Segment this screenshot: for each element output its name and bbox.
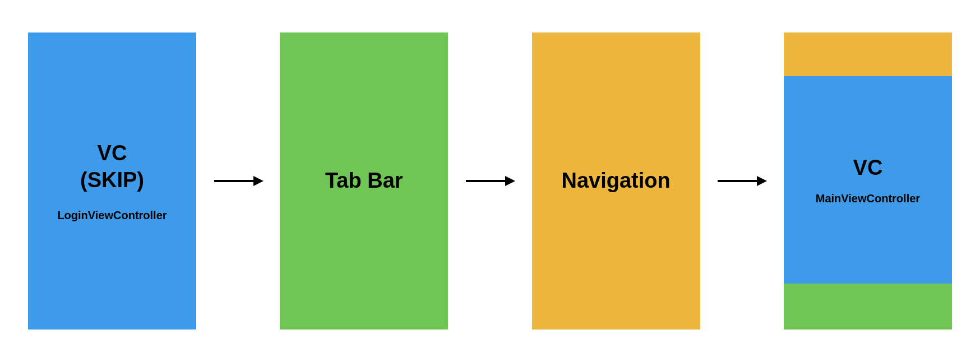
- flow-diagram: VC (SKIP) LoginViewController Tab Bar Na…: [28, 33, 952, 329]
- node-subtitle: LoginViewController: [57, 209, 167, 222]
- tab-bar-region: [784, 284, 952, 329]
- title-line2: (SKIP): [80, 168, 144, 192]
- svg-marker-3: [505, 176, 515, 186]
- arrow-icon: [716, 174, 767, 188]
- node-login-vc: VC (SKIP) LoginViewController: [28, 33, 196, 329]
- node-subtitle: MainViewController: [816, 192, 920, 205]
- node-title: Navigation: [562, 168, 671, 194]
- node-main-vc: VC MainViewController: [784, 33, 952, 329]
- content-region: VC MainViewController: [784, 76, 952, 284]
- node-title: VC (SKIP): [80, 140, 144, 193]
- title-line1: VC: [98, 141, 127, 165]
- arrow-icon: [465, 174, 515, 188]
- nav-bar-region: [784, 33, 952, 76]
- node-title: VC: [853, 155, 883, 182]
- node-navigation: Navigation: [532, 33, 700, 329]
- arrow-icon: [213, 174, 264, 188]
- svg-marker-5: [757, 176, 767, 186]
- node-title: Tab Bar: [325, 168, 403, 194]
- svg-marker-1: [253, 176, 264, 186]
- node-tabbar: Tab Bar: [280, 33, 448, 329]
